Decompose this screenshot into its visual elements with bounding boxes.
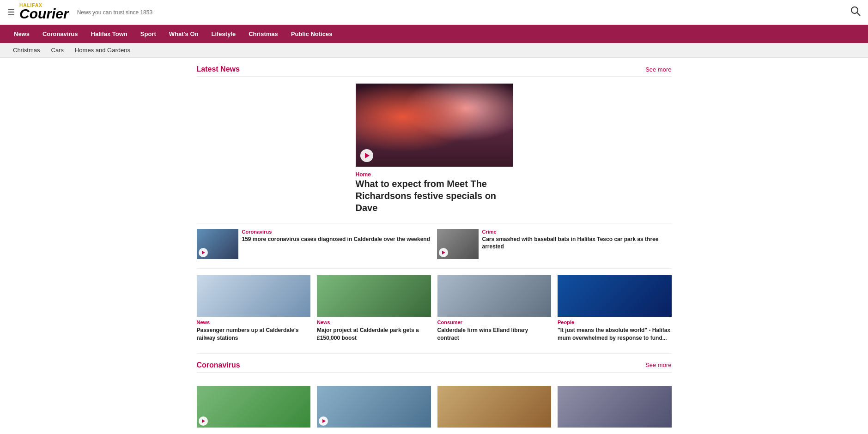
corona-article-4-image [558,386,672,428]
medium-article-3-image [437,275,552,317]
coronavirus-title: Coronavirus [197,361,240,369]
svg-point-0 [851,7,858,13]
nav-item-lifestyle[interactable]: Lifestyle [205,25,242,43]
featured-article: Home What to expect from Meet The Richar… [197,84,672,214]
small-news-grid: Coronavirus 159 more coronavirus cases d… [197,223,672,259]
search-icon[interactable] [850,6,861,18]
site-header: ☰ HALIFAX Courier News you can trust sin… [0,0,868,25]
corona-article-1 [197,386,311,430]
medium-article-3-category: Consumer [437,319,552,325]
latest-news-section-header: Latest News See more [197,65,672,77]
small-article-2: Crime Cars smashed with baseball bats in… [437,229,672,259]
latest-news-title: Latest News [197,65,240,73]
small-article-2-image [437,229,479,259]
primary-nav: News Coronavirus Halifax Town Sport What… [0,25,868,43]
corona-article-3 [437,386,552,430]
corona-article-3-image [437,386,552,428]
featured-category: Home [356,171,371,178]
medium-article-2-title[interactable]: Major project at Calderdale park gets a … [317,326,431,342]
medium-article-1: News Passenger numbers up at Calderdale'… [197,275,311,342]
secondary-nav-homes[interactable]: Homes and Gardens [69,43,136,57]
featured-image [356,84,513,167]
coronavirus-section: Coronavirus See more [197,361,672,430]
site-tagline: News you can trust since 1853 [77,9,152,16]
small-play-2[interactable] [439,248,448,257]
medium-article-4-title[interactable]: "It just means the absolute world" - Hal… [558,326,672,342]
medium-article-3-title[interactable]: Calderdale firm wins Elland library cont… [437,326,552,342]
medium-article-4-image [558,275,672,317]
medium-article-1-category: News [197,319,311,325]
nav-item-halifax-town[interactable]: Halifax Town [85,25,134,43]
medium-article-4-category: People [558,319,672,325]
menu-icon[interactable]: ☰ [7,7,15,18]
latest-news-see-more[interactable]: See more [645,66,671,73]
nav-item-coronavirus[interactable]: Coronavirus [36,25,85,43]
nav-item-whats-on[interactable]: What's On [163,25,205,43]
logo-main: Courier [19,6,69,21]
small-article-2-info: Crime Cars smashed with baseball bats in… [482,229,672,259]
nav-item-sport[interactable]: Sport [134,25,163,43]
corona-article-2-image [317,386,431,428]
nav-item-public-notices[interactable]: Public Notices [285,25,339,43]
nav-item-christmas[interactable]: Christmas [242,25,285,43]
featured-play-button[interactable] [360,149,373,162]
medium-article-1-image [197,275,311,317]
svg-line-1 [857,13,861,16]
nav-item-news[interactable]: News [7,25,36,43]
medium-article-1-title[interactable]: Passenger numbers up at Calderdale's rai… [197,326,311,342]
featured-image-wrap [356,84,513,167]
small-article-1: Coronavirus 159 more coronavirus cases d… [197,229,431,259]
medium-article-3: Consumer Calderdale firm wins Elland lib… [437,275,552,342]
coronavirus-see-more[interactable]: See more [645,362,671,368]
secondary-nav-cars[interactable]: Cars [46,43,69,57]
corona-article-2 [317,386,431,430]
small-article-1-category: Coronavirus [242,229,431,235]
medium-article-2: News Major project at Calderdale park ge… [317,275,431,342]
small-article-2-category: Crime [482,229,672,235]
medium-article-2-image [317,275,431,317]
small-article-1-image [197,229,238,259]
small-article-1-title[interactable]: 159 more coronavirus cases diagnosed in … [242,236,431,243]
medium-article-4: People "It just means the absolute world… [558,275,672,342]
medium-articles-grid: News Passenger numbers up at Calderdale'… [197,268,672,342]
section-divider [197,353,672,354]
site-logo[interactable]: HALIFAX Courier News you can trust since… [19,3,152,22]
medium-article-2-category: News [317,319,431,325]
small-play-1[interactable] [199,248,208,257]
secondary-nav: Christmas Cars Homes and Gardens [0,43,868,58]
featured-title[interactable]: What to expect from Meet The Richardsons… [356,178,513,214]
corona-article-1-image [197,386,311,428]
coronavirus-section-header: Coronavirus See more [197,361,672,373]
small-article-2-title[interactable]: Cars smashed with baseball bats in Halif… [482,236,672,250]
main-content: Latest News See more Home What to expect… [189,58,679,434]
corona-play-2[interactable] [319,416,328,426]
secondary-nav-christmas[interactable]: Christmas [7,43,46,57]
corona-play-1[interactable] [199,416,208,426]
small-article-1-info: Coronavirus 159 more coronavirus cases d… [242,229,431,259]
corona-article-4 [558,386,672,430]
coronavirus-grid [197,380,672,430]
